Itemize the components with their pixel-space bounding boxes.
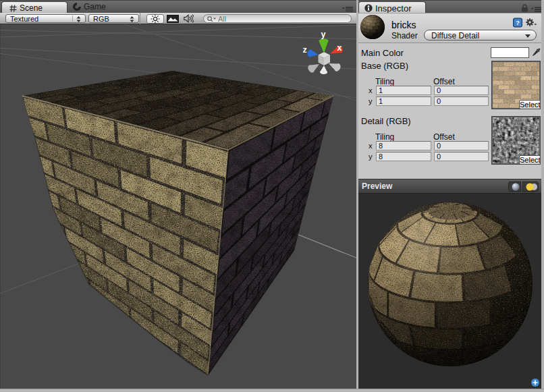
svg-text:x: x <box>337 43 342 53</box>
svg-text:y: y <box>321 30 326 39</box>
svg-text:?: ? <box>516 20 520 26</box>
svg-text:z: z <box>303 45 307 55</box>
